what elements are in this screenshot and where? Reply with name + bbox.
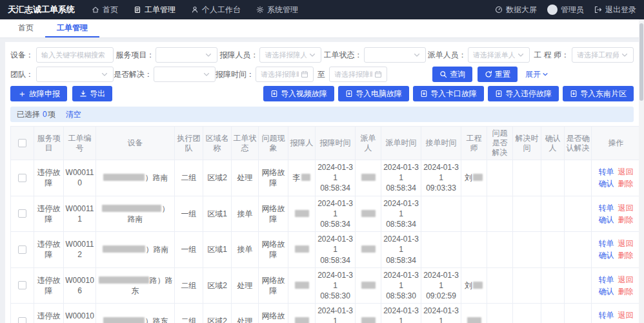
- return-link[interactable]: 退回: [618, 203, 634, 213]
- cell-resolved: [487, 232, 513, 268]
- confirm-link[interactable]: 确认: [599, 286, 614, 297]
- row-checkbox[interactable]: [18, 174, 26, 182]
- col-header-resolve_time: 解决时间: [513, 127, 541, 160]
- tab-orders[interactable]: 工单管理: [45, 19, 99, 37]
- export-button[interactable]: 导出: [72, 86, 112, 101]
- cell-resolve_time: [513, 160, 541, 196]
- filter-input[interactable]: 输入关键字模糊搜索: [36, 47, 114, 63]
- nav-item-orders[interactable]: 工单管理: [134, 5, 176, 16]
- transfer-link[interactable]: 转单: [599, 167, 614, 177]
- cell-report_time: 2024-01-3108:58:30: [316, 304, 356, 323]
- nav-item-system[interactable]: 系统管理: [256, 5, 298, 16]
- cell-order_no: W000106: [64, 267, 96, 304]
- return-link[interactable]: 退回: [618, 167, 634, 177]
- row-checkbox[interactable]: [18, 209, 26, 218]
- clear-selection-link[interactable]: 清空: [66, 109, 81, 120]
- logout-button[interactable]: 退出登录: [594, 5, 636, 16]
- transfer-link[interactable]: 转单: [599, 203, 614, 213]
- delete-link[interactable]: 删除: [618, 286, 634, 297]
- filter-select[interactable]: 请选择派单人员: [468, 47, 530, 63]
- filter-select[interactable]: [156, 47, 217, 63]
- gear-icon: [256, 6, 264, 14]
- expand-toggle[interactable]: 展开: [525, 69, 548, 80]
- redacted-text: [295, 282, 309, 289]
- redacted-text: [361, 282, 376, 289]
- nav-item-home[interactable]: 首页: [92, 5, 118, 16]
- chevron-down-icon: [621, 51, 629, 59]
- cell-confirmer: [541, 160, 565, 196]
- cell-engineer: 刘: [461, 267, 487, 304]
- nav-item-workspace[interactable]: 个人工作台: [191, 5, 241, 16]
- redacted-text: [473, 282, 483, 289]
- cell-order_no: W000112: [64, 232, 96, 268]
- row-checkbox[interactable]: [18, 245, 26, 254]
- table-header-row: 服务项目工单编号设备执行团队区域名称工单状态问题现象报障人报障时间派单人派单时间…: [11, 127, 639, 160]
- scrollbar-thumb[interactable]: [639, 23, 643, 101]
- filter-row-2: 团队：是否解决：报障时间：请选择报障时间至请选择报障时间 查询 重置 展开: [10, 67, 634, 82]
- confirm-link[interactable]: 确认: [599, 214, 614, 225]
- user-menu[interactable]: 管理员: [547, 5, 584, 16]
- filter-select[interactable]: [364, 47, 426, 63]
- reset-button[interactable]: 重置: [478, 67, 518, 82]
- filter-select[interactable]: [154, 67, 216, 82]
- redacted-text: [295, 210, 309, 217]
- fault-report-button[interactable]: ＋ 故障申报: [10, 86, 67, 101]
- filter-select[interactable]: [36, 67, 114, 82]
- cell-team: 二组: [175, 267, 203, 304]
- delete-link[interactable]: 删除: [618, 178, 634, 189]
- import-button-5[interactable]: 导入东南片区: [563, 86, 634, 101]
- row-checkbox[interactable]: [18, 281, 26, 289]
- cell-status: 接单: [232, 196, 259, 232]
- import-button-4[interactable]: 导入违停故障: [488, 86, 559, 101]
- transfer-link[interactable]: 转单: [599, 275, 614, 285]
- cell-ops: 转单退回确认删除: [592, 267, 639, 304]
- cell-dispatch_time: 2024-01-3108:58:30: [381, 304, 421, 323]
- cell-engineer: [461, 304, 487, 323]
- table-row: 违停故障W000107）路东二组区域2处理网络故障2024-01-3108:58…: [11, 304, 639, 323]
- report-time-start-input[interactable]: 请选择报障时间: [256, 67, 314, 82]
- cell-device: ）路东: [96, 304, 175, 323]
- import-button-2[interactable]: 导入电脑故障: [338, 86, 409, 101]
- import-button-1[interactable]: 导入视频故障: [263, 86, 334, 101]
- transfer-link[interactable]: 转单: [599, 238, 614, 249]
- return-link[interactable]: 退回: [618, 238, 634, 249]
- confirm-link[interactable]: 确认: [599, 178, 614, 189]
- dashboard-link[interactable]: 数据大屏: [495, 5, 537, 16]
- avatar: [547, 5, 558, 15]
- cell-dispatch_time: 2024-01-3108:58:34: [381, 232, 421, 268]
- select-all-checkbox[interactable]: [18, 139, 26, 147]
- filter-row-2-fields: 团队：是否解决：报障时间：请选择报障时间至请选择报障时间: [10, 67, 387, 82]
- cell-dispatch_time: 2024-01-3108:58:30: [381, 267, 421, 304]
- table-row: 违停故障W000106路）路东二组区域2处理网络故障2024-01-3108:5…: [11, 267, 639, 304]
- delete-link[interactable]: 删除: [618, 250, 634, 260]
- delete-link[interactable]: 删除: [618, 214, 634, 225]
- redacted-text: [361, 317, 376, 323]
- cell-check: [11, 232, 34, 268]
- date-range-separator: 至: [317, 69, 325, 80]
- filter-label: 报障人员：: [219, 50, 259, 61]
- import-button-3[interactable]: 导入卡口故障: [413, 86, 484, 101]
- tab-home[interactable]: 首页: [6, 19, 45, 37]
- time-text: 2024-01-31: [317, 270, 354, 291]
- confirm-link[interactable]: 确认: [599, 250, 614, 260]
- row-checkbox[interactable]: [18, 317, 26, 323]
- redacted-text: [295, 245, 309, 253]
- import-buttons: 导入视频故障导入电脑故障导入卡口故障导入违停故障导入东南片区: [263, 86, 634, 101]
- filter-field: 工 程 师：请选择工程师: [532, 47, 634, 63]
- content-card: 设备：输入关键字模糊搜索服务项目：报障人员：请选择报障人员工单状态：派单人员：请…: [5, 42, 639, 323]
- cell-order_no: W000111: [64, 196, 96, 232]
- cell-device: ）路南: [96, 196, 175, 232]
- search-button[interactable]: 查询: [432, 67, 472, 82]
- report-time-end-input[interactable]: 请选择报障时间: [329, 67, 387, 82]
- time-text: 2024-01-31: [423, 306, 459, 323]
- return-link[interactable]: 退回: [618, 310, 634, 320]
- cell-ops: 转单退回确认删除: [592, 232, 639, 268]
- selection-count: 0: [43, 110, 47, 119]
- cell-team: 一组: [175, 232, 203, 268]
- cell-resolve_time: [513, 304, 541, 323]
- return-link[interactable]: 退回: [618, 275, 634, 285]
- col-header-device: 设备: [96, 127, 175, 160]
- transfer-link[interactable]: 转单: [599, 310, 614, 320]
- filter-select[interactable]: 请选择工程师: [572, 47, 634, 63]
- filter-select[interactable]: 请选择报障人员: [259, 47, 321, 63]
